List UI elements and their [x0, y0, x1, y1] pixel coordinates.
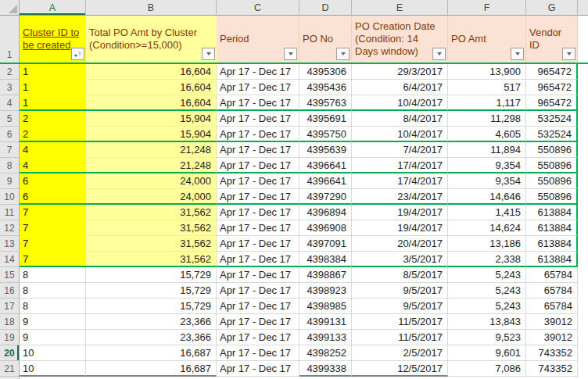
- cell-total-po-amt[interactable]: 15,729: [86, 267, 217, 283]
- cell-vendor-id[interactable]: 743352: [526, 361, 578, 377]
- row-header[interactable]: 9: [0, 173, 20, 189]
- cell-period[interactable]: Apr 17 - Dec 17: [217, 283, 299, 299]
- cell-cluster-id[interactable]: 4: [20, 158, 86, 173]
- cell-vendor-id[interactable]: 965472: [526, 80, 578, 95]
- cell-po-amt[interactable]: 9,523: [448, 330, 526, 345]
- cell-po-creation-date[interactable]: 29/3/2017: [352, 64, 448, 80]
- cell-po-no[interactable]: 4399133: [299, 330, 352, 345]
- cell-po-creation-date[interactable]: 17/4/2017: [352, 158, 448, 173]
- cell-cluster-id[interactable]: 1: [20, 80, 86, 95]
- cell-total-po-amt[interactable]: 15,729: [86, 299, 217, 314]
- cell-cluster-id[interactable]: 8: [20, 267, 86, 283]
- row-header[interactable]: 2: [0, 64, 20, 80]
- cell-total-po-amt[interactable]: 23,366: [86, 314, 217, 330]
- cell-po-creation-date[interactable]: 11/5/2017: [352, 330, 448, 345]
- cell-po-amt[interactable]: 13,843: [448, 314, 526, 330]
- row-header[interactable]: 4: [0, 95, 20, 111]
- cell-period[interactable]: Apr 17 - Dec 17: [217, 158, 299, 173]
- cell-vendor-id[interactable]: 613884: [526, 205, 578, 220]
- cell-po-amt[interactable]: 2,338: [448, 252, 526, 267]
- cell-vendor-id[interactable]: 550896: [526, 189, 578, 205]
- cell-total-po-amt[interactable]: 15,904: [86, 111, 217, 127]
- cell-vendor-id[interactable]: 65784: [526, 299, 578, 314]
- cell-total-po-amt[interactable]: 31,562: [86, 220, 217, 236]
- cell-po-amt[interactable]: 11,894: [448, 142, 526, 158]
- cell-po-no[interactable]: 4395639: [299, 142, 352, 158]
- cell-po-creation-date[interactable]: 17/4/2017: [352, 173, 448, 189]
- cell-po-creation-date[interactable]: 8/5/2017: [352, 267, 448, 283]
- cell-po-amt[interactable]: 9,601: [448, 345, 526, 361]
- cell-cluster-id[interactable]: 7: [20, 252, 86, 267]
- cell-po-amt[interactable]: 9,354: [448, 158, 526, 173]
- cell-cluster-id[interactable]: 8: [20, 299, 86, 314]
- cell-period[interactable]: Apr 17 - Dec 17: [217, 127, 299, 142]
- cell-po-creation-date[interactable]: 2/5/2017: [352, 345, 448, 361]
- cell-total-po-amt[interactable]: 31,562: [86, 236, 217, 252]
- cell-cluster-id[interactable]: 10: [20, 361, 86, 377]
- cell-cluster-id[interactable]: 8: [20, 283, 86, 299]
- cell-period[interactable]: Apr 17 - Dec 17: [217, 267, 299, 283]
- cell-vendor-id[interactable]: 65784: [526, 283, 578, 299]
- cell-po-amt[interactable]: 5,243: [448, 299, 526, 314]
- cell-cluster-id[interactable]: 9: [20, 314, 86, 330]
- cell-period[interactable]: Apr 17 - Dec 17: [217, 189, 299, 205]
- cell-po-no[interactable]: 4398252: [299, 345, 352, 361]
- cell-cluster-id[interactable]: 9: [20, 330, 86, 345]
- column-header-e[interactable]: E: [352, 0, 448, 16]
- column-header-d[interactable]: D: [299, 0, 352, 16]
- cell-po-no[interactable]: 4396641: [299, 173, 352, 189]
- cell-total-po-amt[interactable]: 16,687: [86, 345, 217, 361]
- cell-cluster-id[interactable]: 7: [20, 236, 86, 252]
- cell-period[interactable]: Apr 17 - Dec 17: [217, 173, 299, 189]
- cell-total-po-amt[interactable]: 24,000: [86, 173, 217, 189]
- cell-po-no[interactable]: 4395436: [299, 80, 352, 95]
- cell-total-po-amt[interactable]: 23,366: [86, 330, 217, 345]
- cell-period[interactable]: Apr 17 - Dec 17: [217, 111, 299, 127]
- row-header[interactable]: 18: [0, 314, 20, 330]
- column-header-a[interactable]: A: [20, 0, 86, 16]
- column-header-b[interactable]: B: [86, 0, 217, 16]
- cell-po-creation-date[interactable]: 6/4/2017: [352, 80, 448, 95]
- cell-total-po-amt[interactable]: 16,604: [86, 64, 217, 80]
- cell-po-amt[interactable]: 517: [448, 80, 526, 95]
- row-header[interactable]: 5: [0, 111, 20, 127]
- cell-total-po-amt[interactable]: 24,000: [86, 189, 217, 205]
- cell-vendor-id[interactable]: 39012: [526, 314, 578, 330]
- header-cell-po-no[interactable]: PO No: [299, 16, 352, 63]
- cell-po-no[interactable]: 4397290: [299, 189, 352, 205]
- cell-po-creation-date[interactable]: 11/5/2017: [352, 314, 448, 330]
- column-header-g[interactable]: G: [526, 0, 578, 16]
- cell-period[interactable]: Apr 17 - Dec 17: [217, 299, 299, 314]
- cell-vendor-id[interactable]: 550896: [526, 158, 578, 173]
- cell-total-po-amt[interactable]: 21,248: [86, 142, 217, 158]
- cell-po-amt[interactable]: 14,646: [448, 189, 526, 205]
- cell-po-creation-date[interactable]: 12/5/2017: [352, 361, 448, 377]
- cell-period[interactable]: Apr 17 - Dec 17: [217, 330, 299, 345]
- header-cell-vendor-id[interactable]: Vendor ID: [526, 16, 578, 63]
- cell-total-po-amt[interactable]: 16,604: [86, 80, 217, 95]
- row-header[interactable]: 10: [0, 189, 20, 205]
- filter-dropdown-icon[interactable]: [284, 48, 297, 60]
- filter-sort-ascending-icon[interactable]: ↑: [71, 48, 84, 60]
- cell-po-creation-date[interactable]: 7/4/2017: [352, 142, 448, 158]
- select-all-corner[interactable]: [0, 0, 20, 16]
- cell-vendor-id[interactable]: 743352: [526, 345, 578, 361]
- header-cell-po-amt[interactable]: PO Amt: [448, 16, 526, 63]
- row-header[interactable]: 17: [0, 299, 20, 314]
- header-cell-period[interactable]: Period: [217, 16, 299, 63]
- cell-po-no[interactable]: 4396641: [299, 158, 352, 173]
- cell-po-no[interactable]: 4398923: [299, 283, 352, 299]
- cell-po-amt[interactable]: 5,243: [448, 283, 526, 299]
- cell-period[interactable]: Apr 17 - Dec 17: [217, 361, 299, 377]
- row-header[interactable]: 12: [0, 220, 20, 236]
- cell-po-creation-date[interactable]: 8/4/2017: [352, 111, 448, 127]
- row-header[interactable]: 13: [0, 236, 20, 252]
- cell-cluster-id[interactable]: 6: [20, 173, 86, 189]
- cell-cluster-id[interactable]: 1: [20, 95, 86, 111]
- cell-po-no[interactable]: 4396894: [299, 205, 352, 220]
- cell-total-po-amt[interactable]: 15,904: [86, 127, 217, 142]
- cell-po-creation-date[interactable]: 19/4/2017: [352, 205, 448, 220]
- cell-po-amt[interactable]: 9,354: [448, 173, 526, 189]
- cell-cluster-id[interactable]: 2: [20, 111, 86, 127]
- cell-po-amt[interactable]: 11,298: [448, 111, 526, 127]
